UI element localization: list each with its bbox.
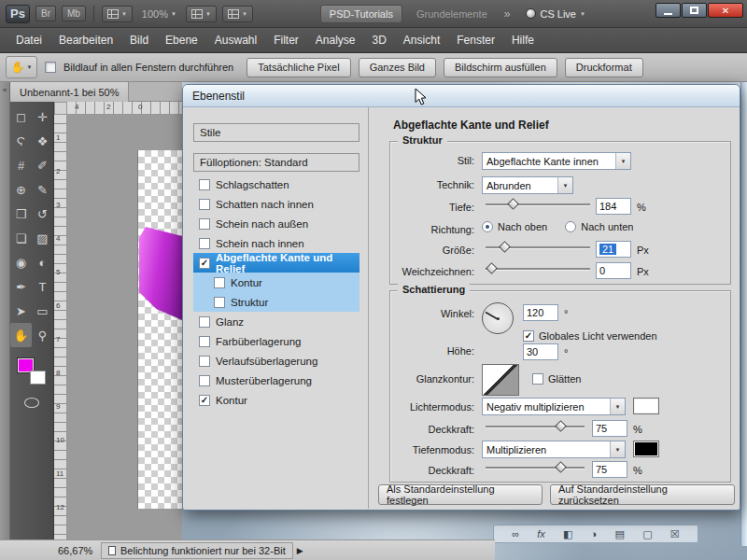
hand-tool-preset[interactable]: ✋ ▼ [6, 56, 37, 78]
checkbox[interactable] [199, 336, 210, 347]
close-button[interactable]: ✕ [708, 3, 743, 18]
horizontal-ruler[interactable]: 4 2 0 [67, 102, 182, 115]
minimize-button[interactable] [655, 3, 681, 18]
maximize-button[interactable] [682, 3, 707, 18]
tool-blur[interactable]: ◉ [10, 250, 32, 274]
print-size-button[interactable]: Druckformat [565, 58, 643, 77]
tool-dodge[interactable]: ◐ [32, 250, 53, 274]
adjustment-layer-icon[interactable]: ◑ [591, 529, 598, 539]
checkbox[interactable] [199, 356, 210, 367]
style-item-glanz[interactable]: Glanz [193, 312, 359, 331]
deckkraft1-input[interactable]: 75 [592, 420, 627, 437]
glaetten-checkbox[interactable] [532, 373, 543, 385]
reset-default-button[interactable]: Auf Standardeinstellung zurücksetzen [550, 484, 735, 505]
menu-hilfe[interactable]: Hilfe [503, 28, 543, 52]
tool-spot-healing[interactable]: ⊕ [10, 177, 32, 202]
tiefe-input[interactable]: 184 [596, 198, 631, 215]
checkbox[interactable] [199, 218, 210, 230]
checkbox-checked[interactable]: ✓ [199, 395, 210, 406]
menu-ebene[interactable]: Ebene [157, 28, 206, 52]
checkbox[interactable] [199, 316, 210, 328]
weichzeichnen-input[interactable]: 0 [596, 262, 631, 279]
delete-layer-icon[interactable]: ☒ [670, 529, 680, 539]
checkbox-checked[interactable]: ✓ [199, 258, 210, 269]
menu-filter[interactable]: Filter [265, 28, 307, 52]
style-item-musterueberlagerung[interactable]: Musterüberlagerung [193, 371, 359, 390]
checkbox[interactable] [214, 297, 225, 308]
tool-eyedropper[interactable]: ✐ [32, 153, 53, 177]
style-item-schein-nach-aussen[interactable]: Schein nach außen [193, 214, 359, 233]
slider-thumb[interactable] [555, 420, 567, 432]
status-zoom-level[interactable]: 66,67% [58, 545, 101, 556]
cs-live-button[interactable]: CS Live ▼ [526, 8, 585, 20]
highlight-color-swatch[interactable] [633, 398, 659, 414]
deckkraft2-slider[interactable] [486, 461, 585, 474]
winkel-input[interactable]: 120 [523, 304, 558, 321]
groesse-input[interactable]: 21 [596, 241, 631, 258]
zoom-level-control[interactable]: 100% ▼ [138, 8, 180, 20]
tool-shape[interactable]: ▭ [32, 299, 53, 323]
menu-auswahl[interactable]: Auswahl [206, 28, 265, 52]
technik-select[interactable]: Abrunden ▼ [482, 176, 573, 194]
tool-clone-stamp[interactable]: ❒ [10, 202, 32, 226]
lichtermodus-select[interactable]: Negativ multiplizieren ▼ [482, 398, 626, 415]
background-color-swatch[interactable] [30, 371, 46, 385]
checkbox[interactable] [199, 199, 210, 210]
checkbox[interactable] [214, 277, 225, 288]
tool-path-selection[interactable]: ➤ [10, 299, 32, 323]
hoehe-input[interactable]: 30 [523, 343, 558, 360]
menu-bild[interactable]: Bild [121, 28, 157, 52]
tool-quick-selection[interactable]: ❖ [32, 129, 53, 153]
tool-lasso[interactable]: Ϛ [10, 129, 32, 153]
panel-collapse-strip[interactable]: « [0, 82, 10, 539]
tool-hand[interactable]: ✋ [10, 323, 32, 347]
glanzkontur-thumbnail[interactable] [482, 364, 519, 396]
mini-bridge-button[interactable]: Mb [62, 6, 86, 21]
tool-pen[interactable]: ✒ [10, 274, 32, 299]
slider-thumb[interactable] [507, 198, 519, 210]
style-item-abgeflachte-kante[interactable]: ✓Abgeflachte Kante und Relief [193, 253, 359, 273]
style-item-verlaufsueberlagerung[interactable]: Verlaufsüberlagerung [193, 351, 359, 371]
document-canvas[interactable] [138, 150, 182, 509]
layout-menu-button[interactable]: ▼ [102, 6, 133, 22]
quick-mask-button[interactable] [24, 398, 39, 408]
tool-move[interactable]: ✛ [32, 105, 53, 129]
menu-bearbeiten[interactable]: Bearbeiten [50, 28, 121, 52]
tool-zoom[interactable]: ⚲ [32, 323, 53, 347]
angle-dial[interactable] [482, 302, 514, 334]
menu-3d[interactable]: 3D [364, 28, 395, 52]
richtung-nach-unten-radio[interactable] [565, 221, 576, 232]
fit-on-screen-button[interactable]: Ganzes Bild [359, 58, 436, 77]
menu-datei[interactable]: Datei [7, 28, 50, 52]
richtung-nach-oben-radio[interactable] [482, 221, 493, 232]
tiefe-slider[interactable] [486, 198, 590, 211]
style-item-schatten-nach-innen[interactable]: Schatten nach innen [193, 194, 359, 214]
tool-crop[interactable]: # [10, 153, 32, 177]
scroll-all-windows-checkbox[interactable] [45, 62, 56, 73]
set-default-button[interactable]: Als Standardeinstellung festlegen [378, 484, 543, 505]
shadow-color-swatch[interactable] [633, 441, 659, 457]
document-tab[interactable]: Unbenannt-1 bei 50% [10, 82, 129, 102]
link-layers-icon[interactable]: ∞ [512, 529, 519, 539]
sl극ider-thumb[interactable] [555, 461, 567, 473]
global-light-checkbox[interactable]: ✓ [523, 330, 534, 342]
checkbox[interactable] [199, 179, 210, 190]
style-item-schein-nach-innen[interactable]: Schein nach innen [193, 233, 359, 253]
tiefenmodus-select[interactable]: Multiplizieren ▼ [482, 441, 626, 458]
slider-thumb[interactable] [499, 241, 511, 253]
new-layer-icon[interactable]: ▢ [642, 529, 652, 539]
tool-rectangular-marquee[interactable]: ◻ [10, 105, 32, 129]
stil-select[interactable]: Abgeflachte Kante innen ▼ [482, 152, 631, 170]
status-menu-arrow-icon[interactable]: ▶ [297, 546, 303, 555]
style-item-schlagschatten[interactable]: Schlagschatten [193, 175, 359, 194]
tool-history-brush[interactable]: ↺ [32, 202, 53, 226]
tool-brush[interactable]: ✎ [32, 177, 53, 202]
style-item-struktur-sub[interactable]: Struktur [193, 292, 359, 312]
tool-eraser[interactable]: ❏ [10, 226, 32, 250]
tool-type[interactable]: T [32, 274, 53, 299]
workspace-tab-psd-tutorials[interactable]: PSD-Tutorials [320, 5, 402, 23]
vertical-ruler[interactable]: 1 2 3 4 5 6 7 8 9 10 11 12 [54, 115, 67, 539]
menu-analyse[interactable]: Analyse [307, 28, 364, 52]
style-item-kontur-sub[interactable]: Kontur [193, 273, 359, 292]
checkbox[interactable] [199, 238, 210, 249]
